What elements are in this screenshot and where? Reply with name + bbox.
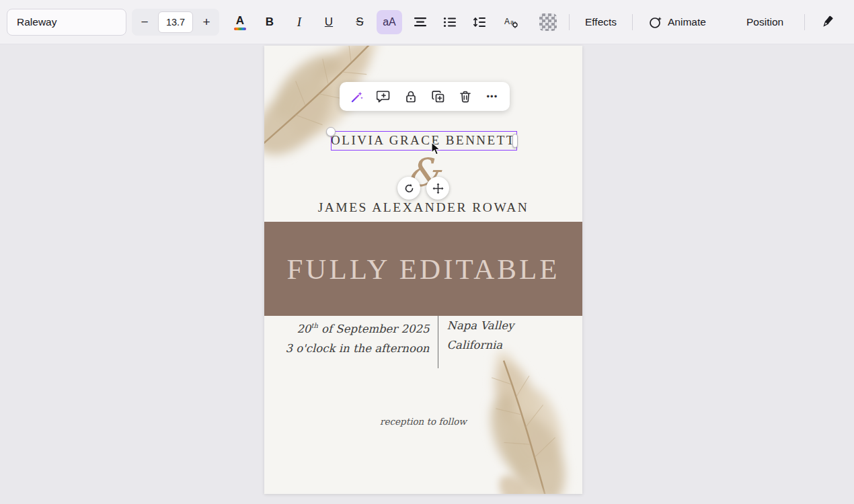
letter-spacing-icon: A a xyxy=(503,16,518,28)
selection-side-handle[interactable] xyxy=(512,134,518,148)
delete-button[interactable] xyxy=(454,85,477,108)
move-icon xyxy=(432,183,444,194)
design-canvas[interactable]: OLIVIA GRACE BENNETT & JAMES ALEXANDER R… xyxy=(0,44,854,504)
italic-button[interactable]: I xyxy=(286,10,312,34)
letter-spacing-button[interactable]: A a xyxy=(498,10,523,34)
date-line: 20th of September 2025 xyxy=(284,316,430,339)
magic-wand-icon xyxy=(350,89,364,104)
transparency-button[interactable] xyxy=(535,10,561,34)
svg-text:A: A xyxy=(504,17,510,26)
element-context-toolbar: ••• xyxy=(340,82,510,111)
more-options-button[interactable]: ••• xyxy=(481,85,504,108)
position-button[interactable]: Position xyxy=(738,9,791,36)
line-spacing-icon xyxy=(473,16,486,28)
trash-icon xyxy=(458,89,473,104)
font-size-stepper: − 13.7 + xyxy=(132,9,219,36)
font-family-selector[interactable]: Raleway xyxy=(7,9,126,36)
duplicate-icon xyxy=(431,89,446,104)
reception-text[interactable]: reception to follow xyxy=(264,416,582,427)
bulleted-list-icon xyxy=(443,17,457,28)
draw-tool-button[interactable] xyxy=(811,10,843,34)
effects-button[interactable]: Effects xyxy=(577,9,625,36)
strikethrough-button[interactable]: S xyxy=(347,10,373,34)
banner-text: FULLY EDITABLE xyxy=(286,253,559,286)
state-line: California xyxy=(447,335,563,355)
font-size-decrease-button[interactable]: − xyxy=(132,9,157,36)
text-case-button[interactable]: aA xyxy=(377,10,402,34)
text-color-button[interactable]: A xyxy=(227,10,253,34)
duplicate-button[interactable] xyxy=(427,85,450,108)
comment-plus-icon xyxy=(377,89,391,104)
font-size-input[interactable]: 13.7 xyxy=(158,11,193,33)
groom-name-text[interactable]: JAMES ALEXANDER ROWAN xyxy=(264,200,582,215)
toolbar-divider xyxy=(632,14,633,30)
font-family-value: Raleway xyxy=(17,16,56,28)
invitation-page[interactable]: OLIVIA GRACE BENNETT & JAMES ALEXANDER R… xyxy=(264,46,582,494)
bulleted-list-button[interactable] xyxy=(437,10,463,34)
ampersand-text[interactable]: & xyxy=(264,152,582,195)
animate-button[interactable]: Animate xyxy=(640,9,714,36)
venue-line: Napa Valley xyxy=(447,316,563,335)
lock-icon xyxy=(403,89,418,104)
time-line: 3 o'clock in the afternoon xyxy=(284,339,430,358)
details-section: 20th of September 2025 3 o'clock in the … xyxy=(264,316,582,368)
text-color-icon: A xyxy=(234,15,246,30)
toolbar-divider xyxy=(569,14,570,30)
location-text[interactable]: Napa Valley California xyxy=(438,316,563,368)
rotate-handle[interactable] xyxy=(397,177,420,200)
align-center-icon xyxy=(414,17,427,28)
magic-edit-button[interactable] xyxy=(346,85,368,108)
transparency-icon xyxy=(539,13,557,31)
toolbar-divider xyxy=(804,14,805,30)
comment-button[interactable] xyxy=(373,85,395,108)
banner-block[interactable]: FULLY EDITABLE xyxy=(264,222,582,316)
underline-button[interactable]: U xyxy=(316,10,342,34)
date-time-text[interactable]: 20th of September 2025 3 o'clock in the … xyxy=(284,316,438,368)
ellipsis-icon: ••• xyxy=(487,91,498,101)
rotate-icon xyxy=(403,183,415,194)
bold-button[interactable]: B xyxy=(257,10,282,34)
animate-icon xyxy=(648,15,663,30)
font-size-increase-button[interactable]: + xyxy=(194,9,219,36)
alignment-button[interactable] xyxy=(407,10,433,34)
lock-button[interactable] xyxy=(399,85,422,108)
line-spacing-button[interactable] xyxy=(467,10,492,34)
pen-icon xyxy=(818,13,836,31)
text-selection-box[interactable] xyxy=(331,131,517,151)
move-handle[interactable] xyxy=(426,177,449,200)
selection-corner-handle[interactable] xyxy=(326,127,336,136)
top-toolbar: Raleway − 13.7 + A B I U S aA xyxy=(0,0,854,44)
animate-label: Animate xyxy=(668,16,706,28)
